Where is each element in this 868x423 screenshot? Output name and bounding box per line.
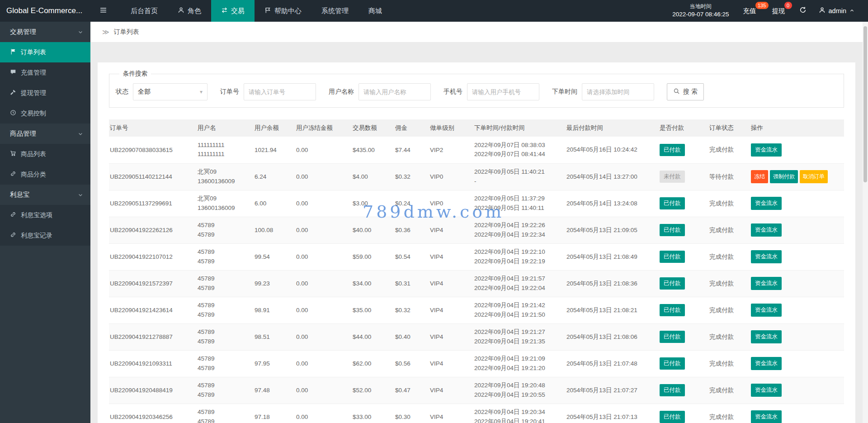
nav-item-mall[interactable]: 商城 [359, 0, 392, 22]
username-label: 用户名称 [329, 88, 354, 96]
cell-pay-status: 已付款 [659, 404, 708, 423]
force-pay-button[interactable]: 强制付款 [770, 170, 798, 183]
order-time-line: 2022年09月04日 19:20:48 [474, 381, 562, 390]
sidebar-item-product-category[interactable]: 商品分类 [0, 164, 90, 185]
cell-order-status: 完成付款 [708, 297, 750, 323]
status-group: 状态 全部 ▾ [116, 83, 208, 100]
order-time-input[interactable] [582, 83, 654, 100]
sidebar-group-label: 利息宝 [10, 190, 30, 199]
search-button[interactable]: 搜 索 [667, 83, 704, 100]
cell-order-time: 2022年09月04日 19:20:34 2022年09月04日 19:20:4… [473, 404, 566, 423]
pay-status-badge: 已付款 [660, 197, 685, 209]
scrollbar-thumb[interactable] [863, 26, 867, 182]
refresh-button[interactable] [799, 6, 807, 15]
pay-time-line: 2022年09月07日 08:41:44 [474, 150, 562, 159]
cell-pay-status: 已付款 [659, 350, 708, 377]
cell-pay-status: 已付款 [659, 323, 708, 350]
cell-actions: 资金流水 [750, 297, 844, 323]
cell-amount: $52.00 [352, 377, 394, 404]
sidebar-group-product[interactable]: 商品管理 [0, 124, 90, 144]
username-input[interactable] [359, 83, 431, 100]
sidebar-group-trade[interactable]: 交易管理 [0, 22, 90, 42]
cell-commission: $0.36 [394, 217, 429, 243]
search-form-row: 状态 全部 ▾ 订单号 用户名称 手 [116, 83, 837, 100]
orders-table-body: UB2209070838033615 111111111 111111111 1… [109, 137, 844, 423]
cell-order-time: 2022年09月04日 19:22:26 2022年09月04日 19:22:3… [473, 217, 566, 243]
local-time-block: 当地时间 2022-09-07 08:46:25 [672, 3, 729, 19]
order-time-line: 2022年09月04日 19:22:10 [474, 247, 562, 257]
fund-flow-button[interactable]: 资金流水 [751, 143, 782, 157]
cell-frozen: 0.00 [295, 323, 352, 350]
sidebar-item-trade-control[interactable]: 交易控制 [0, 103, 90, 124]
cell-frozen: 0.00 [295, 217, 352, 243]
fund-flow-button[interactable]: 资金流水 [751, 304, 782, 317]
orders-table: 订单号 用户名 用户余额 用户冻结金额 交易数额 佣金 做单级别 下单时间/付款… [109, 119, 844, 423]
hamburger-button[interactable] [90, 0, 116, 22]
brand-title: Global E-Commerce... [0, 0, 90, 22]
cell-actions: 资金流水 [750, 217, 844, 243]
cell-order-status: 完成付款 [708, 377, 750, 404]
cell-username: 45789 45789 [197, 297, 254, 323]
fund-flow-button[interactable]: 资金流水 [751, 250, 782, 263]
cell-commission: $0.54 [394, 243, 429, 270]
username-line1: 45789 [198, 408, 250, 417]
cell-balance: 99.54 [254, 243, 295, 270]
phone-group: 手机号 [443, 83, 539, 100]
nav-item-label: 帮助中心 [274, 7, 302, 15]
withdraw-link[interactable]: 提现 0 [770, 0, 787, 22]
col-header-order-no: 订单号 [109, 119, 197, 137]
nav-item-help-center[interactable]: 帮助中心 [255, 0, 311, 22]
cell-order-time: 2022年09月04日 19:21:27 2022年09月04日 19:21:3… [473, 323, 566, 350]
cell-pay-status: 已付款 [659, 243, 708, 270]
pay-time-line: - [474, 177, 562, 186]
cell-last-pay-time: 2054年05月13日 21:08:49 [566, 243, 659, 270]
chevron-down-icon: ▾ [200, 89, 203, 95]
freeze-button[interactable]: 冻结 [751, 170, 768, 183]
sidebar-item-product-list[interactable]: 商品列表 [0, 144, 90, 164]
nav-item-dashboard[interactable]: 后台首页 [121, 0, 168, 22]
cell-last-pay-time: 2054年05月13日 21:07:13 [566, 404, 659, 423]
cell-order-status: 完成付款 [708, 217, 750, 243]
status-select-value: 全部 [138, 88, 151, 96]
cell-username: 45789 45789 [197, 270, 254, 297]
phone-label: 手机号 [443, 88, 462, 96]
cell-amount: $40.00 [352, 217, 394, 243]
fund-flow-button[interactable]: 资金流水 [751, 330, 782, 343]
sidebar-item-lixibao-records[interactable]: 利息宝记录 [0, 225, 90, 246]
user-icon [819, 7, 826, 15]
username-line1: 45789 [198, 274, 250, 283]
sidebar-item-lixibao-options[interactable]: 利息宝选项 [0, 205, 90, 225]
order-time-line: 2022年09月04日 19:21:57 [474, 274, 562, 283]
nav-item-trade[interactable]: 交易 [211, 0, 255, 22]
refresh-icon [799, 6, 807, 15]
sidebar-item-order-list[interactable]: 订单列表 [0, 42, 90, 62]
nav-item-roles[interactable]: 角色 [168, 0, 211, 22]
order-no-input[interactable] [244, 83, 316, 100]
cell-frozen: 0.00 [295, 163, 352, 190]
fund-flow-button[interactable]: 资金流水 [751, 357, 782, 370]
vertical-scrollbar[interactable] [863, 22, 868, 423]
cell-username: 北冥09 13600136009 [197, 190, 254, 217]
sidebar-item-withdraw-management[interactable]: 提现管理 [0, 83, 90, 103]
fund-flow-button[interactable]: 资金流水 [751, 277, 782, 290]
cell-order-time: 2022年09月04日 19:21:57 2022年09月04日 19:22:0… [473, 270, 566, 297]
cell-commission: $0.47 [394, 377, 429, 404]
sidebar-group-lixibao[interactable]: 利息宝 [0, 185, 90, 205]
status-select[interactable]: 全部 ▾ [133, 83, 208, 100]
nav-item-system-management[interactable]: 系统管理 [311, 0, 359, 22]
sidebar-item-recharge-management[interactable]: 充值管理 [0, 62, 90, 83]
cell-level: VIP4 [429, 270, 473, 297]
cancel-order-button[interactable]: 取消订单 [800, 170, 828, 183]
recharge-label: 充值 [743, 7, 756, 15]
fund-flow-button[interactable]: 资金流水 [751, 410, 782, 423]
fund-flow-button[interactable]: 资金流水 [751, 197, 782, 210]
fund-flow-button[interactable]: 资金流水 [751, 223, 782, 237]
username-line1: 45789 [198, 354, 250, 363]
fund-flow-button[interactable]: 资金流水 [751, 384, 782, 397]
sidebar-group-label: 商品管理 [10, 129, 36, 138]
cell-order-status: 完成付款 [708, 190, 750, 217]
cell-last-pay-time: 2054年05月13日 21:09:05 [566, 217, 659, 243]
phone-input[interactable] [467, 83, 539, 100]
recharge-link[interactable]: 充值 135 [741, 0, 758, 22]
user-menu[interactable]: admin [819, 7, 855, 15]
